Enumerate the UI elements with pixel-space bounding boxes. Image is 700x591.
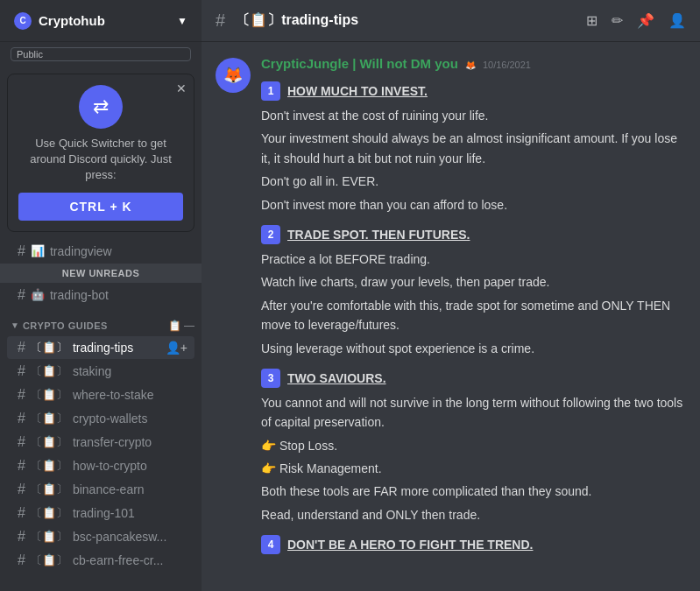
channel-name: transfer-crypto [73, 435, 187, 449]
section-2-line-1: Practice a lot BEFORE trading. [261, 250, 686, 269]
channel-emoji: 〔📋〕 [31, 434, 67, 450]
section-1-line-3: Don't go all in. EVER. [261, 172, 686, 191]
hash-icon: # [18, 482, 25, 497]
section-1-number: 1 [261, 81, 280, 101]
channel-item-transfer-crypto[interactable]: # 〔📋〕 transfer-crypto [7, 431, 194, 454]
channel-item-how-to-crypto[interactable]: # 〔📋〕 how-to-crypto [7, 454, 194, 477]
channel-emoji: 〔📋〕 [31, 458, 67, 474]
channel-item-trading-101[interactable]: # 〔📋〕 trading-101 [7, 502, 194, 524]
section-2-number: 2 [261, 225, 280, 244]
channel-item-bsc-pancakes[interactable]: # 〔📋〕 bsc-pancakesw... [7, 525, 194, 548]
channel-name: how-to-crypto [73, 459, 187, 473]
channel-name: trading-bot [50, 288, 187, 302]
quick-switcher-panel: ✕ ⇄ Use Quick Switcher to get around Dis… [7, 74, 194, 232]
channel-header-hash-icon: # [216, 11, 225, 31]
hash-icon: # [18, 243, 25, 259]
channel-emoji: 〔📋〕 [31, 387, 67, 403]
section-2-line-2: Watch live charts, draw your levels, the… [261, 272, 686, 292]
channel-name: where-to-stake [73, 388, 187, 402]
channel-emoji: 〔📋〕 [31, 505, 67, 521]
category-crypto-guides[interactable]: ▼ CRYPTO GUIDES 📋 — [0, 307, 202, 335]
hash-icon: # [18, 411, 25, 426]
server-header-left: C Cryptohub [14, 12, 105, 30]
edit-icon[interactable]: ✏ [612, 12, 623, 29]
public-badge[interactable]: Public [11, 47, 191, 61]
section-2-line-4: Using leverage without spot experience i… [261, 339, 686, 358]
category-icons: 📋 — [168, 320, 194, 332]
channel-item-tradingview[interactable]: # 📊 tradingview [7, 240, 194, 263]
channel-name: staking [73, 364, 187, 378]
message-header: CrypticJungle | Will not DM you 🦊 10/16/… [261, 56, 686, 71]
channel-item-staking[interactable]: # 〔📋〕 staking [7, 360, 194, 383]
section-2-header: 2 TRADE SPOT. THEN FUTURES. [261, 225, 686, 244]
channel-item-trading-bot[interactable]: # 🤖 trading-bot [7, 284, 194, 306]
channel-item-where-to-stake[interactable]: # 〔📋〕 where-to-stake [7, 383, 194, 406]
section-2-body: Practice a lot BEFORE trading. Watch liv… [261, 250, 686, 358]
header-icons: ⊞ ✏ 📌 👤 [586, 12, 686, 29]
message-content: CrypticJungle | Will not DM you 🦊 10/16/… [261, 56, 686, 559]
quick-switcher-shortcut[interactable]: CTRL + K [18, 193, 183, 221]
section-3-number: 3 [261, 369, 280, 388]
channel-name: crypto-wallets [73, 412, 187, 426]
hash-icon: # [18, 340, 25, 355]
hash-icon: # [18, 287, 25, 303]
messages-area: 🦊 CrypticJungle | Will not DM you 🦊 10/1… [202, 42, 700, 591]
channel-name: trading-tips [73, 341, 160, 355]
pin-icon[interactable]: 📌 [637, 12, 654, 29]
channel-item-crypto-wallets[interactable]: # 〔📋〕 crypto-wallets [7, 407, 194, 430]
section-1-line-2: Your investment should always be an almo… [261, 129, 686, 168]
hash-icon: # [18, 434, 25, 450]
main-content: # 〔📋〕trading-tips ⊞ ✏ 📌 👤 🦊 CrypticJungl… [202, 0, 700, 591]
section-1-line-4: Don't invest more than you can afford to… [261, 195, 686, 215]
quick-switcher-text: Use Quick Switcher to get around Discord… [18, 136, 183, 184]
section-3-line-4: Both these tools are FAR more complicate… [261, 482, 686, 501]
avatar: 🦊 [216, 58, 251, 93]
channel-emoji: 〔📋〕 [31, 340, 67, 355]
section-1-title: HOW MUCH TO INVEST. [287, 84, 428, 98]
hash-icon: # [18, 505, 25, 521]
channel-emoji: 〔📋〕 [31, 411, 67, 426]
server-name: Cryptohub [39, 13, 105, 28]
add-member-icon[interactable]: 👤+ [166, 341, 187, 355]
section-4-title: DON'T BE A HERO TO FIGHT THE TREND. [287, 538, 533, 552]
members-icon[interactable]: 👤 [668, 12, 686, 29]
channel-emoji: 〔📋〕 [31, 529, 67, 545]
hash-icon: # [18, 529, 25, 545]
channel-name: trading-101 [73, 506, 187, 520]
hash-icon: # [18, 552, 25, 568]
channel-item-cb-earn[interactable]: # 〔📋〕 cb-earn-free-cr... [7, 549, 194, 572]
message-timestamp: 10/16/2021 [483, 60, 531, 70]
channel-emoji: 🤖 [31, 288, 45, 301]
section-3-line-3: 👉 Risk Management. [261, 459, 686, 478]
author-badge: 🦊 [465, 60, 476, 70]
section-2-title: TRADE SPOT. THEN FUTURES. [287, 228, 470, 242]
new-unreads-banner: NEW UNREADS [0, 264, 202, 283]
channel-emoji: 〔📋〕 [31, 552, 67, 568]
sidebar: C Cryptohub ▼ Public ✕ ⇄ Use Quick Switc… [0, 0, 202, 591]
server-header[interactable]: C Cryptohub ▼ [0, 0, 202, 42]
channel-name: binance-earn [73, 482, 187, 496]
hash-icon: # [18, 363, 25, 379]
channel-item-trading-tips[interactable]: # 〔📋〕 trading-tips 👤+ [7, 336, 194, 359]
channel-name: bsc-pancakesw... [73, 530, 187, 544]
section-3-header: 3 TWO SAVIOURS. [261, 369, 686, 388]
hashtag-icon[interactable]: ⊞ [586, 12, 597, 29]
channel-header: # 〔📋〕trading-tips ⊞ ✏ 📌 👤 [202, 0, 700, 42]
section-3-line-2: 👉 Stop Loss. [261, 436, 686, 455]
section-1-header: 1 HOW MUCH TO INVEST. [261, 81, 686, 101]
section-4-number: 4 [261, 535, 280, 554]
channel-emoji: 〔📋〕 [31, 482, 67, 497]
arrows-icon: ⇄ [79, 85, 123, 129]
channel-item-binance-earn[interactable]: # 〔📋〕 binance-earn [7, 478, 194, 501]
hash-icon: # [18, 387, 25, 403]
chevron-down-icon: ▼ [177, 15, 187, 27]
close-icon[interactable]: ✕ [176, 81, 187, 95]
section-3-title: TWO SAVIOURS. [287, 371, 386, 385]
hash-icon: # [18, 458, 25, 474]
quick-switcher-arrows: ⇄ [18, 85, 183, 129]
section-3-line-1: You cannot and will not survive in the l… [261, 393, 686, 433]
section-2-line-3: After you're comfortable with this, trad… [261, 296, 686, 335]
section-3-line-5: Read, understand and ONLY then trade. [261, 505, 686, 524]
category-name: CRYPTO GUIDES [23, 320, 165, 331]
channel-emoji: 📊 [31, 244, 45, 257]
